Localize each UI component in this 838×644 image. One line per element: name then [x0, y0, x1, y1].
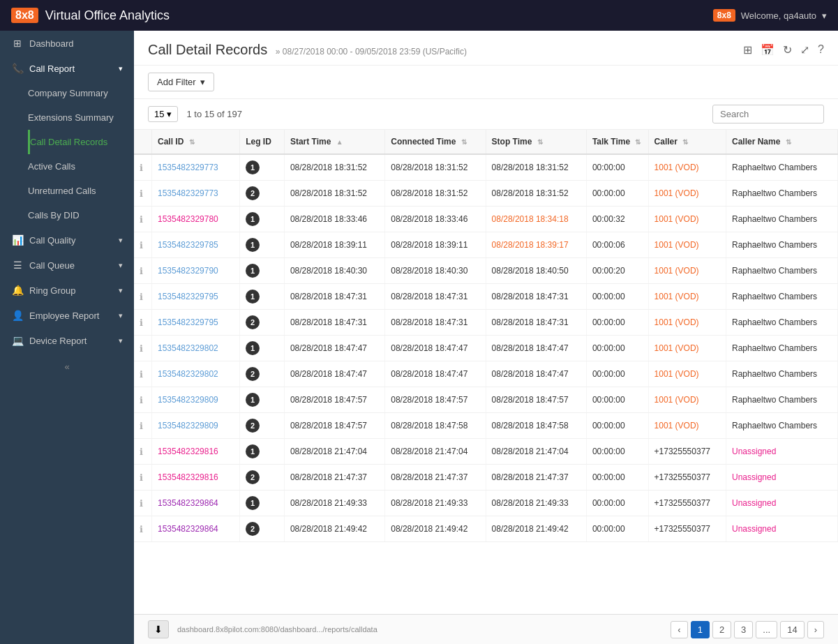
- call-id-link[interactable]: 1535482329795: [158, 292, 218, 301]
- page-btn-14[interactable]: 14: [780, 621, 804, 638]
- col-header-talk-time[interactable]: Talk Time ⇅: [586, 130, 648, 154]
- device-report-chevron: ▾: [119, 336, 123, 345]
- add-filter-button[interactable]: Add Filter ▾: [148, 73, 214, 91]
- help-icon[interactable]: ?: [818, 43, 824, 57]
- call-id-link[interactable]: 1535482329785: [158, 240, 218, 250]
- filter-bar: Add Filter ▾: [134, 66, 838, 99]
- info-icon[interactable]: ℹ: [140, 188, 143, 199]
- call-id-link[interactable]: 1535482329809: [158, 395, 218, 405]
- row-caller-name-cell: Raphaeltwo Chambers: [726, 284, 838, 310]
- row-info-cell: ℹ: [134, 465, 152, 491]
- call-id-link[interactable]: 1535482329795: [158, 317, 218, 327]
- table-header-row: Call ID ⇅ Leg ID Start Time ▲ Connected …: [134, 130, 838, 154]
- header-actions: ⊞ 📅 ↻ ⤢ ?: [743, 43, 824, 57]
- sidebar-item-call-detail-records[interactable]: Call Detail Records: [28, 130, 134, 154]
- sidebar-item-device-report[interactable]: 💻 Device Report ▾: [0, 328, 134, 353]
- info-icon[interactable]: ℹ: [140, 163, 143, 173]
- prev-page-button[interactable]: ‹: [671, 621, 687, 638]
- caller-link[interactable]: +17325550377: [654, 524, 710, 534]
- sidebar-item-employee-report[interactable]: 👤 Employee Report ▾: [0, 303, 134, 328]
- col-header-call-id[interactable]: Call ID ⇅: [152, 130, 240, 154]
- sidebar-item-ring-group[interactable]: 🔔 Ring Group ▾: [0, 278, 134, 303]
- row-start-time-cell: 08/28/2018 18:31:52: [284, 154, 384, 181]
- caller-link[interactable]: 1001 (VOD): [654, 266, 699, 276]
- download-button[interactable]: ⬇: [148, 620, 169, 638]
- caller-link[interactable]: 1001 (VOD): [654, 395, 699, 405]
- row-connected-time-cell: 08/28/2018 18:47:57: [385, 387, 486, 413]
- caller-link[interactable]: 1001 (VOD): [654, 369, 699, 379]
- page-btn-1[interactable]: 1: [691, 621, 710, 638]
- page-btn-2[interactable]: 2: [712, 621, 731, 638]
- info-icon[interactable]: ℹ: [140, 369, 143, 380]
- info-icon[interactable]: ℹ: [140, 498, 143, 509]
- info-icon[interactable]: ℹ: [140, 421, 143, 431]
- call-id-link[interactable]: 1535482329802: [158, 369, 218, 379]
- call-id-link[interactable]: 1535482329773: [158, 188, 218, 198]
- caller-link[interactable]: 1001 (VOD): [654, 292, 699, 301]
- call-id-link[interactable]: 1535482329809: [158, 421, 218, 430]
- call-id-link[interactable]: 1535482329864: [158, 524, 218, 534]
- calendar-icon[interactable]: 📅: [761, 43, 775, 57]
- page-size-select[interactable]: 15 ▾: [148, 106, 178, 122]
- row-talk-time-cell: 00:00:20: [586, 258, 648, 284]
- topbar: 8x8 Virtual Office Analytics 8x8 Welcome…: [0, 0, 838, 31]
- call-id-link[interactable]: 1535482329816: [158, 447, 218, 456]
- phone-icon: 📞: [11, 63, 24, 74]
- info-icon[interactable]: ℹ: [140, 240, 143, 250]
- call-id-link[interactable]: 1535482329802: [158, 343, 218, 353]
- row-caller-name-cell: Unassigned: [726, 516, 838, 542]
- info-icon[interactable]: ℹ: [140, 317, 143, 328]
- sidebar-item-unreturned-calls[interactable]: Unreturned Calls: [28, 179, 134, 203]
- info-icon[interactable]: ℹ: [140, 395, 143, 405]
- sidebar-label-extensions-summary: Extensions Summary: [28, 112, 114, 123]
- sidebar-collapse-btn[interactable]: «: [0, 353, 134, 380]
- call-id-link[interactable]: 1535482329773: [158, 163, 218, 172]
- sidebar-item-active-calls[interactable]: Active Calls: [28, 154, 134, 179]
- sidebar-label-unreturned-calls: Unreturned Calls: [28, 186, 96, 196]
- caller-link[interactable]: 1001 (VOD): [654, 188, 699, 198]
- refresh-icon[interactable]: ↻: [783, 43, 792, 57]
- filter-icon[interactable]: ⊞: [743, 43, 752, 57]
- caller-link[interactable]: 1001 (VOD): [654, 163, 699, 172]
- page-btn-3[interactable]: 3: [734, 621, 753, 638]
- caller-link[interactable]: 1001 (VOD): [654, 343, 699, 353]
- expand-icon[interactable]: ⤢: [800, 43, 809, 57]
- info-icon[interactable]: ℹ: [140, 343, 143, 354]
- sidebar-item-calls-by-did[interactable]: Calls By DID: [28, 203, 134, 227]
- main-layout: ⊞ Dashboard 📞 Call Report ▾ Company Summ…: [0, 31, 838, 644]
- info-icon[interactable]: ℹ: [140, 472, 143, 483]
- call-id-link[interactable]: 1535482329864: [158, 498, 218, 508]
- next-page-button[interactable]: ›: [807, 621, 824, 638]
- search-input[interactable]: [712, 105, 824, 123]
- row-caller-cell: 1001 (VOD): [648, 361, 726, 387]
- sidebar-item-call-quality[interactable]: 📊 Call Quality ▾: [0, 227, 134, 253]
- sidebar-item-company-summary[interactable]: Company Summary: [28, 81, 134, 105]
- sidebar-item-call-report[interactable]: 📞 Call Report ▾: [0, 56, 134, 81]
- info-icon[interactable]: ℹ: [140, 214, 143, 225]
- caller-link[interactable]: +17325550377: [654, 498, 710, 508]
- info-icon[interactable]: ℹ: [140, 524, 143, 534]
- caller-link[interactable]: 1001 (VOD): [654, 421, 699, 430]
- user-menu-chevron[interactable]: ▾: [822, 10, 827, 21]
- sidebar-item-dashboard[interactable]: ⊞ Dashboard: [0, 31, 134, 56]
- welcome-text: Welcome, qa4auto: [741, 10, 816, 21]
- caller-link[interactable]: +17325550377: [654, 447, 710, 456]
- col-header-caller-name[interactable]: Caller Name ⇅: [726, 130, 838, 154]
- caller-link[interactable]: 1001 (VOD): [654, 317, 699, 327]
- caller-link[interactable]: +17325550377: [654, 472, 710, 482]
- col-header-caller[interactable]: Caller ⇅: [648, 130, 726, 154]
- call-id-link[interactable]: 1535482329790: [158, 266, 218, 276]
- call-id-link[interactable]: 1535482329816: [158, 472, 218, 482]
- caller-link[interactable]: 1001 (VOD): [654, 214, 699, 224]
- info-icon[interactable]: ℹ: [140, 266, 143, 276]
- col-header-start-time[interactable]: Start Time ▲: [284, 130, 384, 154]
- call-id-link[interactable]: 1535482329780: [158, 214, 218, 224]
- sidebar: ⊞ Dashboard 📞 Call Report ▾ Company Summ…: [0, 31, 134, 644]
- sidebar-item-call-queue[interactable]: ☰ Call Queue ▾: [0, 253, 134, 278]
- sidebar-item-extensions-summary[interactable]: Extensions Summary: [28, 105, 134, 130]
- caller-link[interactable]: 1001 (VOD): [654, 240, 699, 250]
- col-header-connected-time[interactable]: Connected Time ⇅: [385, 130, 486, 154]
- info-icon[interactable]: ℹ: [140, 447, 143, 457]
- col-header-stop-time[interactable]: Stop Time ⇅: [486, 130, 586, 154]
- info-icon[interactable]: ℹ: [140, 292, 143, 302]
